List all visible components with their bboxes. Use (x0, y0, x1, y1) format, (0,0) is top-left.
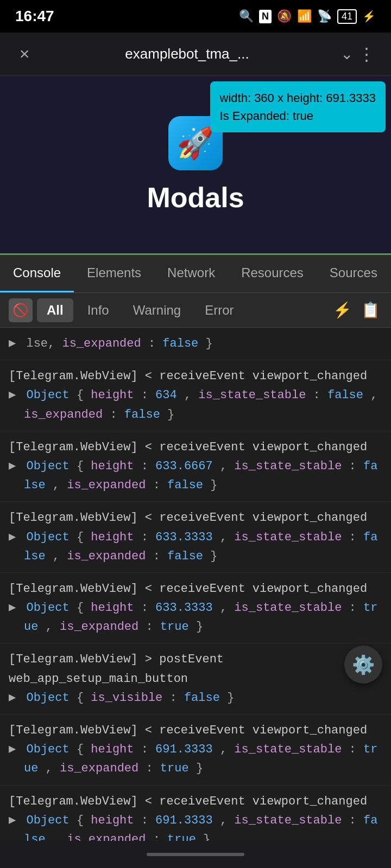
charging-icon: ⚡ (362, 10, 376, 23)
log-entry: [Telegram.WebView] > postEvent web_app_s… (0, 643, 391, 714)
tab-resources[interactable]: Resources (228, 255, 317, 292)
battery-level: 41 (337, 9, 357, 24)
console-log-area[interactable]: ▶ lse, is_expanded : false } [Telegram.W… (0, 328, 391, 856)
expand-arrow[interactable]: ▶ (9, 598, 16, 617)
log-entry: [Telegram.WebView] < receiveEvent viewpo… (0, 573, 391, 644)
app-content-area: width: 360 x height: 691.3333 Is Expande… (0, 76, 391, 255)
status-time: 16:47 (15, 8, 54, 25)
tab-network[interactable]: Network (154, 255, 228, 292)
filter-error-button[interactable]: Error (195, 298, 243, 322)
tooltip-line2: Is Expanded: true (220, 107, 376, 125)
block-button[interactable]: 🚫 (9, 298, 33, 322)
status-icons: 🔍 N 🔕 📶 📡 41 ⚡ (239, 9, 376, 24)
expand-arrow[interactable]: ▶ (9, 811, 16, 830)
expand-arrow[interactable]: ▶ (9, 334, 16, 353)
log-entry: [Telegram.WebView] < receiveEvent viewpo… (0, 502, 391, 573)
log-entry: ▶ lse, is_expanded : false } (0, 328, 391, 360)
wifi-icon: 📶 (297, 9, 312, 23)
log-entry: [Telegram.WebView] < receiveEvent viewpo… (0, 714, 391, 786)
bottom-nav-bar (0, 841, 391, 868)
devtools-tabs: Console Elements Network Resources Sourc… (0, 255, 391, 293)
expand-arrow[interactable]: ▶ (9, 688, 16, 707)
filter-warning-button[interactable]: Warning (123, 298, 191, 322)
browser-title: examplebot_tma_... (38, 46, 336, 62)
tab-sources[interactable]: Sources (317, 255, 390, 292)
settings-fab[interactable]: ⚙️ (344, 646, 382, 684)
close-button[interactable]: × (11, 41, 38, 68)
tab-elements[interactable]: Elements (74, 255, 154, 292)
expand-arrow[interactable]: ▶ (9, 457, 16, 476)
browser-header: × examplebot_tma_... ⌄ ⋮ (0, 33, 391, 76)
rocket-icon: 🚀 (176, 125, 215, 161)
app-title: Modals (147, 181, 244, 214)
expand-arrow[interactable]: ▶ (9, 386, 16, 405)
log-entry: [Telegram.WebView] < receiveEvent viewpo… (0, 360, 391, 431)
log-entry: [Telegram.WebView] < receiveEvent viewpo… (0, 431, 391, 502)
expand-arrow[interactable]: ▶ (9, 528, 16, 547)
console-filter-bar: 🚫 All Info Warning Error ⚡ 📋 (0, 293, 391, 328)
tooltip-line1: width: 360 x height: 691.3333 (220, 89, 376, 107)
expand-arrow[interactable]: ▶ (9, 740, 16, 759)
menu-button[interactable]: ⋮ (353, 41, 380, 68)
search-status-icon: 🔍 (239, 9, 254, 23)
tooltip-box: width: 360 x height: 691.3333 Is Expande… (210, 81, 386, 132)
home-indicator (147, 853, 244, 856)
copy-icon[interactable]: 📋 (358, 298, 382, 322)
filter-all-button[interactable]: All (37, 298, 73, 322)
signal-icon: 📡 (317, 9, 332, 23)
nfc-icon: N (259, 10, 272, 23)
filter-info-button[interactable]: Info (78, 298, 119, 322)
settings-gear-icon: ⚙️ (352, 654, 375, 675)
filter-icon[interactable]: ⚡ (330, 298, 354, 322)
status-bar: 16:47 🔍 N 🔕 📶 📡 41 ⚡ (0, 0, 391, 33)
dropdown-icon[interactable]: ⌄ (340, 45, 353, 63)
tab-console[interactable]: Console (0, 255, 74, 292)
bell-icon: 🔕 (277, 9, 292, 23)
